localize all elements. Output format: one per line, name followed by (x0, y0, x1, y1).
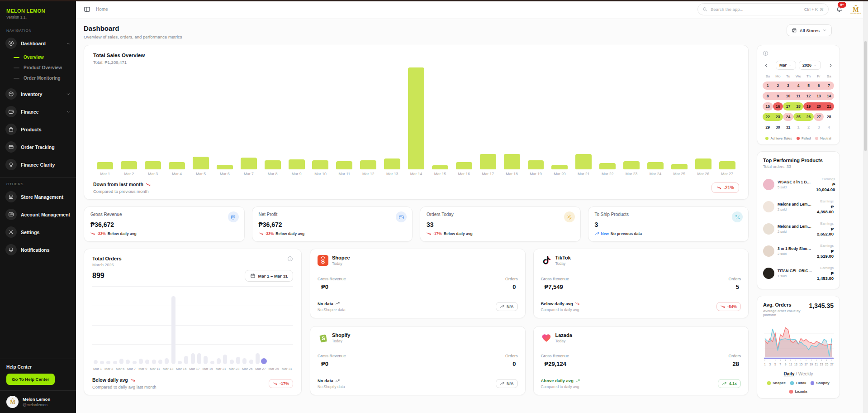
notifications-button[interactable]: 9+ (836, 6, 843, 13)
sidebar-subitem-order-monitoring[interactable]: Order Monitoring (0, 73, 76, 83)
trend-icon (259, 231, 263, 236)
calendar-day-18[interactable]: 18 (793, 102, 804, 110)
sidebar-item-store-management[interactable]: Store Management (0, 188, 76, 206)
top-products-title: Top Performing Products (763, 158, 834, 163)
stat-card-orders-today: Orders Today33-17%Below daily avg (420, 206, 581, 242)
calendar-day-13[interactable]: 13 (814, 92, 824, 100)
platform-status: No data (318, 301, 345, 306)
date-range-button[interactable]: Mar 1 – Mar 31 (245, 270, 293, 282)
sales-bar-slot (596, 67, 620, 169)
x-axis-label: Mar 2 (117, 172, 141, 176)
earnings-value: ₱ 2,652.00 (816, 226, 834, 236)
x-axis-label: Mar 7 (127, 367, 136, 371)
orders-bar-slot (261, 358, 267, 364)
sidebar-item-label: Notifications (21, 247, 71, 253)
toggle-daily[interactable]: Daily (784, 371, 795, 376)
calendar-day-31[interactable]: 31 (783, 123, 793, 131)
sidebar-item-notifications[interactable]: Notifications (0, 241, 76, 259)
orders-bar-slot (235, 357, 241, 365)
earnings-label: Earnings (816, 221, 834, 226)
sidebar-item-account-management[interactable]: Account Management (0, 206, 76, 223)
orders-bar (165, 358, 169, 365)
info-icon[interactable] (287, 256, 293, 267)
calendar-day-3[interactable]: 3 (783, 82, 793, 90)
calendar-day-26[interactable]: 26 (803, 113, 814, 121)
calendar-next-button[interactable] (827, 62, 834, 69)
calendar-day-6[interactable]: 6 (814, 82, 824, 90)
avatar: MMELON & LEMON (6, 396, 19, 408)
calendar-day-20[interactable]: 20 (814, 102, 824, 110)
legend-dot (797, 137, 800, 140)
calendar-month-select[interactable]: Mar (776, 61, 796, 70)
calendar-day-8[interactable]: 8 (763, 92, 773, 100)
calendar-day-29[interactable]: 29 (763, 123, 773, 131)
product-row[interactable]: TITAN GEL ORIGINAL GOL...1 soldEarnings₱… (763, 262, 834, 284)
calendar-day-9[interactable]: 9 (773, 92, 783, 100)
calendar-icon (250, 273, 256, 279)
scrollbar-thumb[interactable] (864, 41, 867, 151)
calendar-day-28[interactable]: 28 (824, 113, 834, 121)
sales-bar (432, 165, 448, 169)
product-row[interactable]: 3 in 1 Body Slimming Mac...2 soldEarning… (763, 240, 834, 262)
sidebar-item-products[interactable]: Products (0, 120, 76, 138)
info-icon[interactable] (763, 50, 834, 56)
calendar-weekday-row: SuMoTuWeThFrSa (763, 74, 834, 78)
package-icon (5, 141, 17, 153)
calendar-day-22[interactable]: 22 (763, 113, 773, 121)
sidebar-item-order-tracking[interactable]: Order Tracking (0, 138, 76, 156)
sidebar-subitem-overview[interactable]: Overview (0, 52, 76, 62)
sidebar-subitem-product-overview[interactable]: Product Overview (0, 62, 76, 73)
sidebar-toggle-icon[interactable] (84, 6, 90, 13)
calendar-year-select[interactable]: 2026 (799, 61, 821, 70)
sidebar-item-inventory[interactable]: Inventory (0, 85, 76, 103)
calendar-day-7[interactable]: 7 (824, 82, 834, 90)
go-to-help-center-button[interactable]: Go To Help Center (6, 374, 55, 385)
orders-bar (178, 361, 182, 364)
calendar-day-12[interactable]: 12 (803, 92, 814, 100)
calendar-day-2[interactable]: 2 (773, 82, 783, 90)
platform-badge-value: 4.1x (729, 381, 737, 386)
others-section-label: OTHERS (0, 178, 76, 188)
toggle-weekly[interactable]: Weekly (798, 371, 813, 376)
search-input[interactable] (711, 7, 801, 12)
avg-legend-item-shopee: Shopee (767, 381, 786, 385)
calendar-day-5[interactable]: 5 (803, 82, 814, 90)
product-thumbnail (763, 268, 774, 279)
orders-bar-slot (190, 353, 196, 364)
stat-label: To Ship Products (595, 212, 742, 217)
legend-swatch (790, 381, 794, 385)
legend-label: Achieve Sales (770, 136, 792, 140)
calendar-prev-button[interactable] (763, 62, 769, 69)
product-row[interactable]: Melons and Lemons VALE...2 soldEarnings₱… (763, 196, 834, 218)
calendar-day-15[interactable]: 15 (763, 102, 773, 110)
calendar-day-30[interactable]: 30 (773, 123, 783, 131)
sidebar-profile[interactable]: MMELON & LEMON Melon Lemon @melonlemon (0, 390, 76, 413)
x-axis-label: Mar 21 (572, 172, 596, 176)
sidebar-item-finance-clarity[interactable]: Finance Clarity (0, 156, 76, 173)
calendar-day-17[interactable]: 17 (783, 102, 793, 110)
store-filter-dropdown[interactable]: All Stores (787, 24, 832, 36)
x-axis-label: Mar 23 (229, 367, 239, 371)
product-thumbnail (763, 179, 774, 190)
sidebar-item-finance[interactable]: Finance (0, 103, 76, 120)
calendar-day-11[interactable]: 11 (793, 92, 804, 100)
tiktok-icon (541, 255, 552, 266)
calendar-day-14[interactable]: 14 (824, 92, 834, 100)
calendar-day-10[interactable]: 10 (783, 92, 793, 100)
calendar-day-25[interactable]: 25 (793, 113, 804, 121)
calendar-day-1[interactable]: 1 (763, 82, 773, 90)
product-row[interactable]: VISAGE 3 in 1 Body Slim...5 soldEarnings… (763, 173, 834, 196)
calendar-day-27[interactable]: 27 (814, 113, 824, 121)
calendar-day-4[interactable]: 4 (793, 82, 804, 90)
calendar-day-24[interactable]: 24 (783, 113, 793, 121)
sidebar-item-dashboard[interactable]: Dashboard (0, 34, 76, 52)
avg-legend-item-shopify: Shopify (811, 381, 829, 385)
brand-logo[interactable]: MMELON & LEMON (850, 4, 862, 15)
calendar-day-23[interactable]: 23 (773, 113, 783, 121)
calendar-day-21[interactable]: 21 (824, 102, 834, 110)
sidebar-item-settings[interactable]: Settings (0, 223, 76, 241)
orders-bar-slot (170, 296, 176, 364)
product-row[interactable]: Melons and Lemons MARI...2 soldEarnings₱… (763, 218, 834, 240)
calendar-day-16[interactable]: 16 (773, 102, 783, 110)
calendar-day-19[interactable]: 19 (803, 102, 814, 110)
